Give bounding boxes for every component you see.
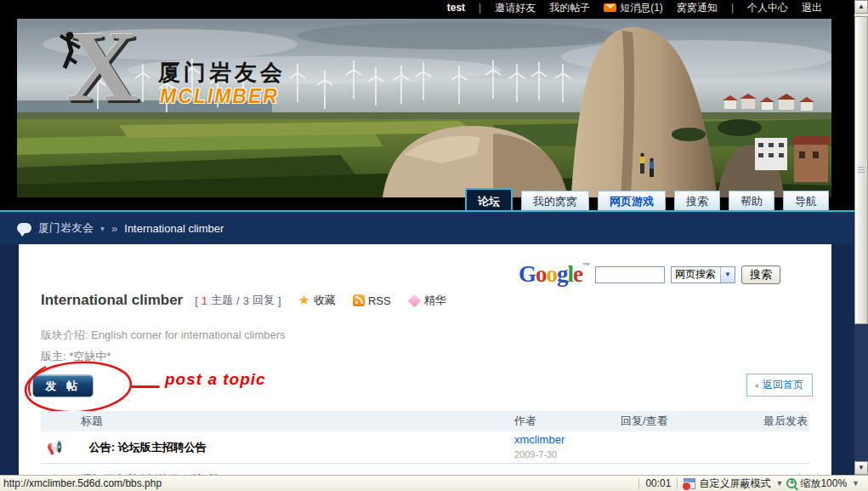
separator: | [731,2,734,14]
tab-navigation[interactable]: 导航 [783,191,829,210]
separator [638,478,639,489]
vertical-scrollbar[interactable]: ▲ ▼ [854,0,868,475]
breadcrumb-root[interactable]: 厦门岩友会 [38,220,94,236]
tab-web-games[interactable]: 网页游戏 [598,191,666,210]
content-panel: Google™ 网页搜索 ▼ 搜索 International climber … [19,244,831,475]
climber-icon [56,31,85,75]
header-replies: 回复/查看 [621,414,716,429]
search-scope-select[interactable]: 网页搜索 ▼ [671,266,735,283]
scrollbar-thumb[interactable] [854,16,868,324]
star-icon: ★ [298,294,310,307]
messages-link[interactable]: 短消息(1) [604,1,663,15]
site-logo: X 厦门岩友会 MCLIMBER [41,29,296,140]
main-nav-tabs: 论坛 我的窝窝 网页游戏 搜索 帮助 导航 [465,188,829,210]
left-arrow-icon: ◂ [754,380,758,390]
annotation-connector-line [131,385,160,388]
post-topic-button[interactable]: 发 帖 [32,374,94,397]
scroll-up-button[interactable]: ▲ [854,0,868,14]
main-area: Google™ 网页搜索 ▼ 搜索 International climber … [0,244,854,475]
rss-icon [353,294,365,306]
author-link[interactable]: xmclimber [514,433,564,446]
forum-intro: 版块介绍: English corner for international c… [41,328,286,343]
google-search-input[interactable] [595,266,665,283]
header-title: 标题 [41,414,514,429]
digest-link[interactable]: 精华 [408,293,446,308]
rss-link[interactable]: RSS [353,294,391,307]
username: test [447,2,465,14]
back-to-home-button[interactable]: ◂ 返回首页 [746,374,813,397]
my-posts-link[interactable]: 我的帖子 [549,1,590,15]
tab-search[interactable]: 搜索 [674,191,720,210]
breadcrumb: 厦门岩友会 ▾ » International climber [0,212,854,244]
forum-header: International climber [ 1 主题 / 3 回复 ] ★ … [41,292,446,309]
thumb-grip [858,167,865,173]
chevron-down-icon[interactable]: ▼ [852,479,859,488]
breadcrumb-current: International climber [124,222,224,235]
status-bar: http://xmclimber.5d6d.com/bbs.php 00:01 … [0,475,868,491]
breadcrumb-separator: » [111,222,117,235]
post-date: 2009-7-30 [514,449,557,460]
chevron-down-icon[interactable]: ▼ [775,479,783,488]
topic-link[interactable]: 公告: 论坛版主招聘公告 [89,440,207,455]
logo-english-text: MCLIMBER [160,85,279,108]
mail-icon [604,3,616,12]
annotation-text: post a topic [165,370,266,389]
topic-count: 1 [201,294,207,307]
logout-link[interactable]: 退出 [802,1,822,15]
speech-bubble-icon [17,223,31,233]
tab-my-space[interactable]: 我的窝窝 [521,191,589,210]
table-header-row: 标题 作者 回复/查看 最后发表 [41,411,809,431]
separator: | [479,2,481,14]
forum-stats: [ 1 主题 / 3 回复 ] [195,293,281,308]
forum-title: International climber [41,292,183,309]
header-author: 作者 [514,414,621,429]
table-row: 📢 公告: 论坛版主招聘公告 xmclimber 2009-7-30 [41,431,809,464]
forum-moderator: 版主: *空缺中* [41,349,111,364]
google-search-button[interactable]: 搜索 [741,265,780,284]
select-arrow-icon[interactable]: ▼ [720,267,735,283]
separator [677,478,678,489]
status-url: http://xmclimber.5d6d.com/bbs.php [0,477,633,489]
announcement-icon: 📢 [47,441,63,454]
tab-help[interactable]: 帮助 [729,191,774,210]
gem-icon [407,294,421,307]
magnifier-icon [786,478,797,488]
status-timer: 00:01 [645,477,671,489]
zoom-control[interactable]: 缩放100% ▼ [786,477,868,491]
top-user-bar: test | 邀请好友 我的帖子 短消息(1) 窝窝通知 | 个人中心 退出 [0,0,854,15]
banner: X 厦门岩友会 MCLIMBER 论坛 我的窝窝 网页游戏 搜索 帮助 导航 [0,15,854,210]
google-logo: Google™ [519,261,589,288]
google-search-bar: Google™ 网页搜索 ▼ 搜索 [519,261,780,288]
block-mode-control[interactable]: 自定义屏蔽模式 ▼ [684,477,786,491]
banner-photo: X 厦门岩友会 MCLIMBER [17,19,831,197]
reply-count: 3 [243,294,249,307]
block-mode-icon [684,478,695,489]
chevron-down-icon[interactable]: ▾ [100,224,105,233]
tab-forum[interactable]: 论坛 [465,188,513,210]
header-lastpost: 最后发表 [716,414,809,429]
invite-friends-link[interactable]: 邀请好友 [495,1,536,15]
favorite-link[interactable]: ★ 收藏 [298,293,336,308]
scroll-down-button[interactable]: ▼ [854,461,868,475]
notifications-link[interactable]: 窝窝通知 [677,1,718,15]
logo-chinese-text: 厦门岩友会 [158,58,286,88]
user-center-link[interactable]: 个人中心 [747,1,788,15]
